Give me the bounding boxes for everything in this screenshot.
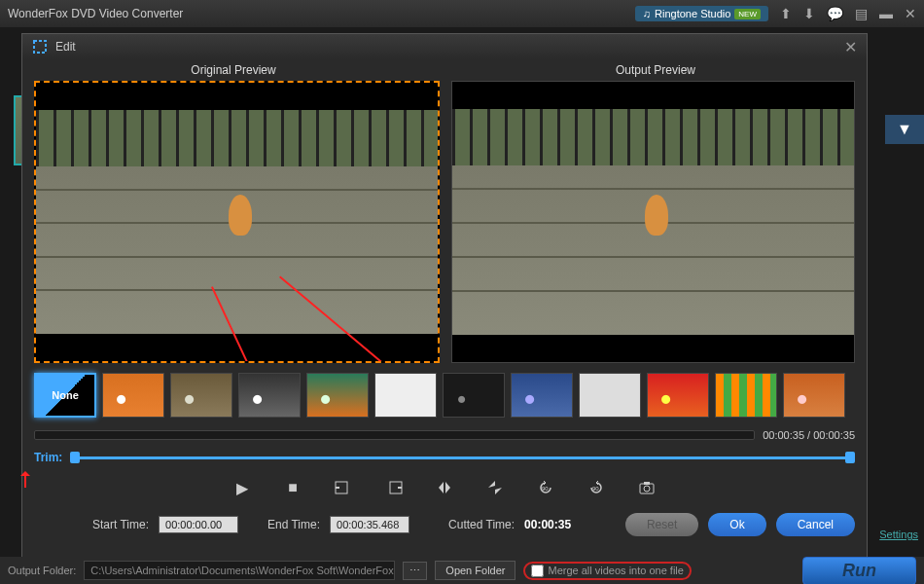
output-path-field[interactable]: C:\Users\Administrator\Documents\WonderF… [84,561,395,580]
flip-horizontal-button[interactable] [433,478,456,497]
svg-rect-0 [34,41,46,53]
merge-checkbox-input[interactable] [531,565,544,577]
time-display: 00:00:35 / 00:00:35 [763,429,855,441]
output-preview-label: Output Preview [444,63,867,77]
minimize-icon[interactable]: ▬ [879,6,893,21]
edit-dialog-icon [32,39,48,55]
app-titlebar: WonderFox DVD Video Converter ♫ Ringtone… [0,0,924,27]
output-folder-label: Output Folder: [8,565,76,576]
bottom-bar: Output Folder: C:\Users\Administrator\Do… [0,557,924,584]
end-time-label: End Time: [267,518,320,531]
start-time-input[interactable] [159,516,238,533]
effect-thumb[interactable] [374,373,437,418]
rotate-right-button[interactable]: 90 [585,478,608,497]
browse-button[interactable]: ⋯ [403,562,427,580]
format-dropdown[interactable]: ▼ [885,115,924,144]
ok-button[interactable]: Ok [708,513,765,536]
start-time-label: Start Time: [92,518,149,531]
cancel-button[interactable]: Cancel [776,513,855,536]
effects-strip: None [22,363,867,425]
effect-thumb[interactable] [102,373,164,418]
progress-bar[interactable] [34,430,755,440]
edit-dialog: Edit ✕ Original Preview Output Preview [21,33,868,573]
trim-label: Trim: [34,451,62,464]
upload-icon[interactable]: ⬆ [780,6,792,21]
svg-point-6 [644,486,650,492]
original-preview[interactable] [34,81,440,363]
stop-button[interactable]: ■ [281,478,304,497]
trim-end-handle[interactable] [845,452,855,463]
chevron-down-icon: ▼ [897,121,912,138]
effect-thumb[interactable] [511,373,573,418]
edit-dialog-title: Edit [55,40,76,54]
playback-controls: ▶ ■ 90 90 [22,470,867,505]
svg-rect-7 [644,482,650,485]
effect-thumb[interactable] [443,373,505,418]
trim-slider[interactable] [70,452,855,463]
snapshot-button[interactable] [635,478,658,497]
mark-out-button[interactable] [382,478,406,497]
close-app-icon[interactable]: ✕ [905,6,916,21]
download-icon[interactable]: ⬇ [803,6,815,21]
effect-thumb[interactable] [306,373,369,418]
effect-none[interactable]: None [34,373,96,418]
run-button[interactable]: Run [802,557,916,585]
original-preview-label: Original Preview [22,63,444,77]
feedback-icon[interactable]: 💬 [827,6,843,21]
effect-thumb[interactable] [170,373,232,418]
svg-text:90: 90 [542,486,549,492]
play-button[interactable]: ▶ [231,478,254,497]
effect-thumb[interactable] [238,373,301,418]
edit-close-button[interactable]: ✕ [844,38,857,56]
trim-start-handle[interactable] [70,452,80,463]
merge-checkbox[interactable]: Merge all videos into one file [523,562,691,580]
effect-thumb[interactable] [647,373,709,418]
reset-button[interactable]: Reset [625,513,698,536]
output-preview[interactable] [451,81,855,363]
cutted-time-value: 00:00:35 [524,518,571,531]
settings-link[interactable]: Settings [879,529,918,540]
ringtone-icon: ♫ [643,8,651,19]
annotation-arrow [24,472,26,488]
open-folder-button[interactable]: Open Folder [435,561,515,580]
app-title: WonderFox DVD Video Converter [8,7,183,20]
effect-thumb[interactable] [579,373,641,418]
menu-icon[interactable]: ▤ [855,6,868,21]
rotate-left-button[interactable]: 90 [534,478,557,497]
edit-titlebar: Edit ✕ [22,34,867,59]
effect-thumb[interactable] [715,373,777,418]
cutted-time-label: Cutted Time: [448,518,515,531]
svg-text:90: 90 [592,486,599,492]
ringtone-studio-button[interactable]: ♫ Ringtone Studio NEW [635,6,768,21]
flip-vertical-button[interactable] [483,478,507,497]
mark-in-button[interactable] [332,478,355,497]
new-badge: NEW [734,9,761,19]
end-time-input[interactable] [330,516,409,533]
effect-thumb[interactable] [783,373,845,418]
